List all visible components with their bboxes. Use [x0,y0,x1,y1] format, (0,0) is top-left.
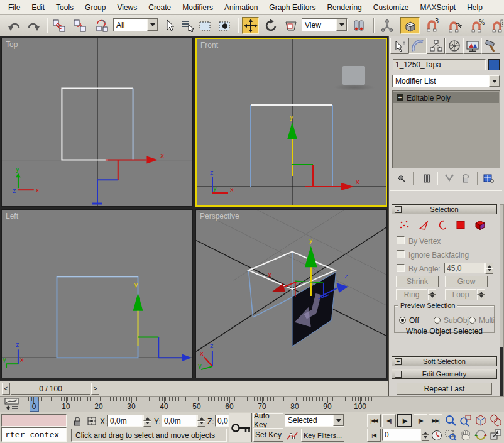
by-angle-checkbox[interactable] [397,264,405,272]
menu-help[interactable]: Help [461,1,488,14]
redo-button[interactable] [25,17,42,34]
x-coordinate-field[interactable]: 0,0m [107,415,143,427]
viewport-left-label[interactable]: Left [6,212,18,221]
by-vertex-checkbox[interactable] [397,236,405,244]
key-filters-button[interactable]: Key Filters... [301,429,344,442]
viewport-front-active[interactable]: Front y x [195,38,387,207]
maxscript-listener-pane[interactable]: rter contex [1,427,67,442]
modifier-list-dropdown[interactable]: Modifier List [392,75,500,87]
select-and-manipulate-button[interactable] [378,17,395,34]
tab-display[interactable] [463,38,481,54]
reference-coordinate-system-dropdown[interactable]: View [302,18,348,31]
move-gizmo-front[interactable]: y x [287,114,359,190]
make-unique-icon[interactable] [442,172,457,185]
auto-key-button[interactable]: Auto Key [253,413,283,427]
subobject-polygon-button[interactable] [453,217,469,232]
select-and-link-button[interactable] [50,17,67,34]
snap-3d-toggle-button[interactable]: 3 [424,17,441,34]
loop-spinner[interactable] [477,289,485,300]
y-coordinate-spinner[interactable] [197,415,205,427]
track-bar[interactable]: 0 10 20 30 40 50 60 70 80 90 100 [0,396,504,412]
selected-object-wireframe-perspective[interactable] [249,252,336,347]
rollout-selection-header[interactable]: - Selection [392,204,497,214]
subobject-border-button[interactable] [434,217,451,232]
snaps-toggle-button[interactable] [400,17,420,34]
tab-hierarchy[interactable] [427,38,445,54]
rollout-collapse-icon[interactable]: - [395,206,402,213]
default-tangent-icon[interactable] [285,429,299,442]
menu-graph-editors[interactable]: Graph Editors [263,1,321,14]
stack-expand-icon[interactable]: + [397,94,403,101]
viewport-perspective[interactable]: Perspective [195,209,387,378]
select-object-button[interactable] [161,17,178,34]
viewport-top[interactable]: Top x [1,38,193,207]
ring-button[interactable]: Ring [396,289,427,300]
zoom-all-button[interactable] [459,413,473,427]
configure-modifier-sets-icon[interactable] [481,172,496,185]
menu-views[interactable]: Views [111,1,143,14]
ignore-backfacing-checkbox[interactable] [397,250,405,258]
next-frame-button[interactable]: ||▶ [414,414,427,427]
viewport-top-label[interactable]: Top [6,40,18,49]
move-gizmo-left[interactable]: y [133,282,192,361]
panel-scrollbar[interactable] [500,204,504,412]
subobject-edge-button[interactable] [415,217,432,232]
go-to-start-button[interactable]: |◀◀ [367,414,381,427]
grow-button[interactable]: Grow [445,276,488,287]
rollout-soft-selection-header[interactable]: + Soft Selection [392,356,497,366]
time-configuration-button[interactable] [430,429,443,442]
zoom-region-button[interactable] [444,428,457,442]
viewport-perspective-label[interactable]: Perspective [200,212,239,221]
viewport-front-canvas[interactable]: y x z y x [197,39,386,205]
time-slider-button[interactable]: 0 / 100 [11,383,90,395]
modifier-stack-item-editable-poly[interactable]: + Editable Poly [393,92,499,103]
bind-to-space-warp-button[interactable] [93,17,110,34]
menu-animation[interactable]: Animation [219,1,263,14]
menu-customize[interactable]: Customize [368,1,415,14]
object-color-swatch[interactable] [488,59,500,70]
by-angle-field[interactable]: 45,0 [444,263,485,273]
select-and-scale-button[interactable] [282,17,299,34]
select-by-name-button[interactable] [178,17,195,34]
set-key-button[interactable]: Set Key [253,428,283,442]
zoom-extents-all-button[interactable] [489,413,503,427]
zoom-button[interactable] [444,413,457,427]
menu-tools[interactable]: Tools [50,1,79,14]
menu-edit[interactable]: Edit [26,1,50,14]
viewport-left-canvas[interactable]: y z y x [2,210,192,378]
x-coordinate-spinner[interactable] [143,415,151,427]
tab-utilities[interactable] [481,38,500,54]
dropdown-arrow-icon[interactable] [336,19,347,31]
ring-spinner[interactable] [428,289,436,300]
go-to-end-button[interactable]: ▶▶| [429,414,442,427]
angle-snap-toggle-button[interactable] [446,17,463,34]
viewport-left[interactable]: Left y z [1,209,193,378]
maximize-viewport-toggle-button[interactable] [489,428,503,442]
subobject-element-button[interactable] [472,217,488,232]
z-coordinate-field[interactable]: 0,0m [215,415,229,427]
pin-stack-icon[interactable] [394,172,409,185]
subobject-vertex-button[interactable] [397,217,413,232]
tab-modify-active[interactable] [408,38,427,54]
previous-frame-arrow-button[interactable]: < [2,383,10,395]
percent-snap-toggle-button[interactable]: % [469,17,486,34]
menu-create[interactable]: Create [143,1,177,14]
key-mode-toggle-button[interactable]: |◀| [367,429,381,442]
y-coordinate-field[interactable]: 0,0m [162,415,197,427]
menu-maxscript[interactable]: MAXScript [414,1,461,14]
tab-create[interactable] [390,38,408,54]
selection-set-dropdown[interactable]: Selected [285,414,344,427]
spinner-snap-toggle-button[interactable] [491,17,504,34]
menu-modifiers[interactable]: Modifiers [177,1,219,14]
preview-off-radio[interactable] [399,317,406,324]
viewport-perspective-canvas[interactable]: y x z z x [196,210,386,378]
rectangular-selection-region-button[interactable] [196,17,213,34]
undo-button[interactable] [5,17,22,34]
modifier-stack[interactable]: + Editable Poly [392,90,500,168]
next-frame-arrow-button[interactable]: > [91,383,99,395]
dropdown-arrow-icon[interactable] [489,75,500,87]
open-mini-curve-editor-button[interactable] [4,398,20,410]
dropdown-arrow-icon[interactable] [147,19,158,31]
selected-object-wireframe-left[interactable] [57,276,138,358]
select-and-move-button[interactable] [242,17,259,34]
